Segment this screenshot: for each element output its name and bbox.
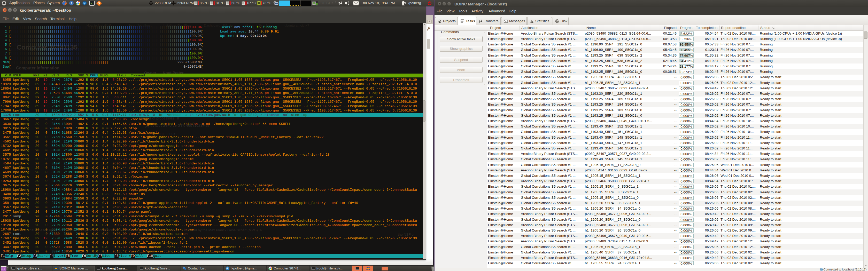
svg-text:>_: >_ xyxy=(90,2,94,5)
svg-text:$: $ xyxy=(98,2,100,5)
svg-text:?: ? xyxy=(70,2,72,5)
